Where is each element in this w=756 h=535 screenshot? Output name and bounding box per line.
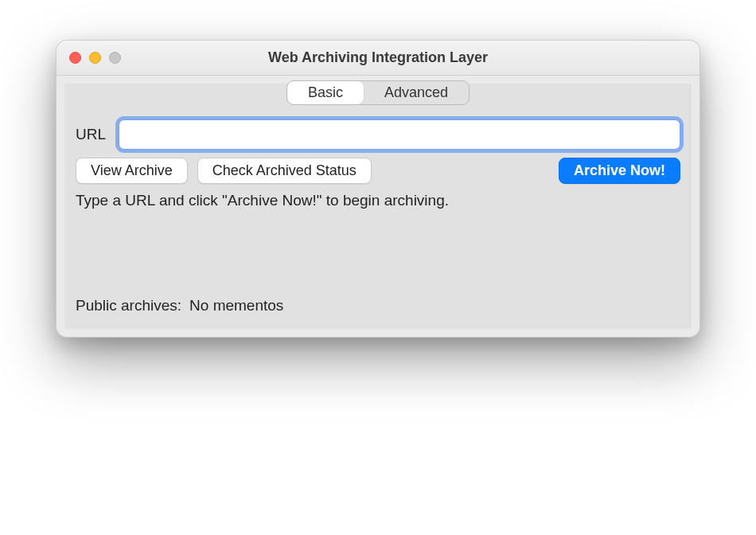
url-label: URL (76, 126, 111, 143)
app-window: Web Archiving Integration Layer Basic Ad… (56, 40, 700, 338)
close-icon[interactable] (69, 52, 81, 64)
tab-advanced[interactable]: Advanced (364, 81, 469, 104)
archive-now-button[interactable]: Archive Now! (559, 158, 680, 184)
check-status-button[interactable]: Check Archived Status (197, 158, 372, 184)
window-controls (69, 52, 121, 64)
instruction-text: Type a URL and click "Archive Now!" to b… (76, 192, 680, 209)
archives-row: Public archives: No mementos (76, 297, 680, 314)
maximize-icon (109, 52, 121, 64)
content-pane: Basic Advanced URL View Archive Check Ar… (64, 84, 692, 329)
minimize-icon[interactable] (89, 52, 101, 64)
segmented-control: Basic Advanced (286, 80, 470, 105)
archives-value: No mementos (189, 297, 283, 314)
window-title: Web Archiving Integration Layer (57, 49, 699, 66)
url-input[interactable] (119, 119, 680, 150)
url-row: URL (76, 119, 680, 150)
titlebar: Web Archiving Integration Layer (57, 41, 699, 76)
tab-basic[interactable]: Basic (287, 81, 364, 104)
archives-label: Public archives: (76, 297, 181, 314)
tab-bar: Basic Advanced (76, 80, 680, 116)
button-row: View Archive Check Archived Status Archi… (76, 158, 680, 184)
view-archive-button[interactable]: View Archive (76, 158, 188, 184)
